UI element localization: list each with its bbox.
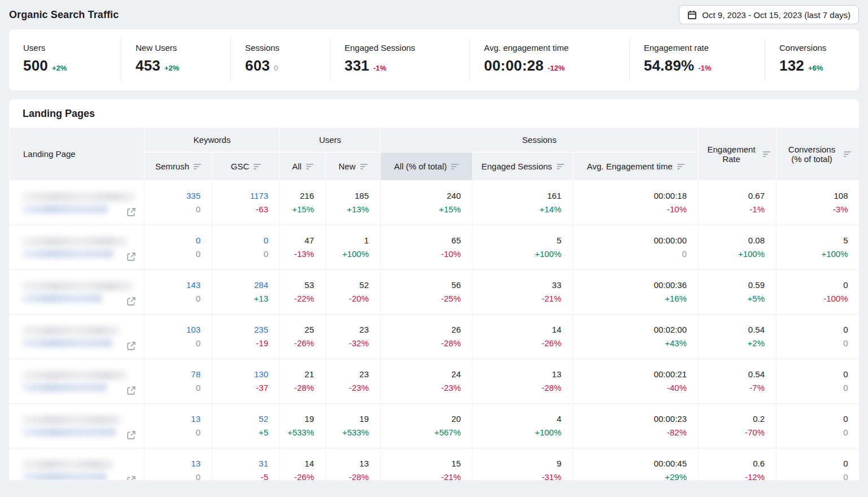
metric-delta: -32% (326, 337, 369, 350)
metric-value: 00:00:00 (573, 234, 687, 247)
metric-cell: 23-23% (326, 359, 381, 404)
metric-delta: -23% (326, 381, 369, 395)
metric-cell: 65-10% (381, 225, 473, 270)
sort-icon (306, 164, 313, 169)
column-header-users-new[interactable]: New (326, 152, 381, 181)
metric-cell: 5+100% (777, 225, 859, 270)
metric-value: 0 (777, 368, 848, 381)
landing-page-cell (10, 359, 145, 404)
column-header-engaged-sessions[interactable]: Engaged Sessions (473, 152, 573, 181)
metric-delta: -12% (699, 470, 765, 480)
metric-value-link[interactable]: 130 (212, 368, 268, 381)
metric-cell: 4+100% (473, 404, 573, 448)
metric-value-link[interactable]: 284 (212, 278, 268, 292)
metric-cell: 0.54-7% (699, 359, 777, 404)
metric-delta: -26% (473, 337, 561, 350)
metric-value-link[interactable]: 78 (145, 368, 200, 381)
metric-value-link[interactable]: 143 (145, 278, 200, 292)
external-link-icon[interactable] (127, 297, 136, 306)
metric-value-link[interactable]: 13 (145, 412, 200, 426)
stat-delta: 0 (274, 64, 278, 72)
table-row: 13031-514-26%13-28%15-21%9-31%00:00:45+2… (10, 448, 860, 481)
metric-value-link[interactable]: 13 (145, 457, 200, 470)
metric-cell: 19+533% (326, 404, 381, 448)
metric-delta: -23% (381, 381, 461, 395)
column-label: All (% of total) (394, 162, 447, 171)
column-label: Avg. Engagement time (587, 162, 672, 171)
metric-delta: -21% (473, 292, 561, 306)
metric-cell: 0.2-70% (699, 404, 777, 448)
metric-delta: +567% (381, 426, 461, 439)
column-header-avg-engagement-time[interactable]: Avg. Engagement time (573, 152, 699, 181)
stat-delta: +2% (164, 64, 179, 72)
metric-delta: -28% (280, 381, 314, 395)
metric-value: 00:00:21 (573, 368, 687, 381)
metric-cell: 185+13% (326, 181, 381, 225)
column-header-engagement-rate[interactable]: Engagement Rate (699, 128, 777, 181)
metric-cell: 1+100% (326, 225, 381, 270)
metric-value-link[interactable]: 0 (212, 234, 268, 247)
metric-value: 5 (473, 234, 561, 247)
metric-value: 00:00:45 (573, 457, 687, 470)
metric-value: 14 (280, 457, 314, 470)
metric-cell: 00:00:000 (573, 225, 699, 270)
metric-value: 0.2 (699, 412, 765, 426)
metric-value: 185 (326, 189, 369, 203)
column-label: GSC (231, 162, 250, 171)
stat-engaged-sessions: Engaged Sessions331-1% (330, 38, 469, 81)
sort-icon (763, 151, 770, 157)
metric-delta: +2% (699, 337, 765, 350)
metric-cell: 1030 (145, 315, 212, 359)
metric-value-link[interactable]: 103 (145, 323, 200, 337)
landing-page-cell (10, 448, 145, 481)
stat-value: 00:00:28 (484, 57, 544, 75)
metric-cell: 161+14% (473, 181, 573, 225)
column-header-semrush[interactable]: Semrush (145, 152, 212, 181)
metric-value: 65 (381, 234, 461, 247)
metric-value: 0.59 (699, 278, 765, 292)
metric-value-link[interactable]: 0 (145, 234, 200, 247)
stat-engagement-rate: Engagement rate54.89%-1% (629, 38, 765, 81)
metric-value: 47 (280, 234, 314, 247)
column-header-sessions-all-pct[interactable]: All (% of total) (381, 152, 473, 181)
external-link-icon[interactable] (127, 386, 136, 395)
metric-delta: -5 (212, 470, 268, 480)
metric-cell: 3350 (145, 181, 212, 225)
metric-value: 13 (326, 457, 369, 470)
column-header-conversions[interactable]: Conversions (% of total) (777, 128, 859, 181)
metric-delta: -100% (777, 292, 848, 306)
external-link-icon[interactable] (127, 476, 136, 481)
external-link-icon[interactable] (127, 252, 136, 261)
metric-cell: 240+15% (381, 181, 473, 225)
group-header-users: Users (280, 128, 381, 152)
metric-cell: 14-26% (280, 448, 326, 481)
external-link-icon[interactable] (127, 341, 136, 351)
metric-value-link[interactable]: 335 (145, 189, 200, 203)
metric-delta: 0 (145, 381, 200, 395)
external-link-icon[interactable] (127, 430, 136, 440)
metric-cell: 52+5 (212, 404, 280, 448)
column-header-users-all[interactable]: All (280, 152, 326, 181)
metric-cell: 19+533% (280, 404, 326, 448)
metric-cell: 15-21% (381, 448, 473, 481)
date-range-button[interactable]: Oct 9, 2023 - Oct 15, 2023 (last 7 days) (679, 5, 859, 24)
metric-value: 0.54 (699, 368, 765, 381)
metric-cell: 0.59+5% (699, 270, 777, 315)
metric-value: 0 (777, 457, 848, 470)
external-link-icon[interactable] (127, 207, 136, 217)
sort-icon (557, 164, 564, 169)
metric-cell: 0.67-1% (699, 181, 777, 225)
metric-value-link[interactable]: 1173 (212, 189, 268, 203)
stat-value: 453 (136, 57, 160, 75)
metric-value: 161 (473, 189, 561, 203)
metric-value-link[interactable]: 31 (212, 457, 268, 470)
metric-value-link[interactable]: 235 (212, 323, 268, 337)
metric-value: 19 (326, 412, 369, 426)
metric-delta: -1% (699, 203, 765, 216)
column-header-gsc[interactable]: GSC (212, 152, 280, 181)
metric-value-link[interactable]: 52 (212, 412, 268, 426)
metric-delta: +43% (573, 337, 687, 350)
metric-value: 00:00:36 (573, 278, 687, 292)
column-header-landing-page[interactable]: Landing Page (10, 128, 145, 181)
metric-delta: 0 (777, 470, 848, 480)
